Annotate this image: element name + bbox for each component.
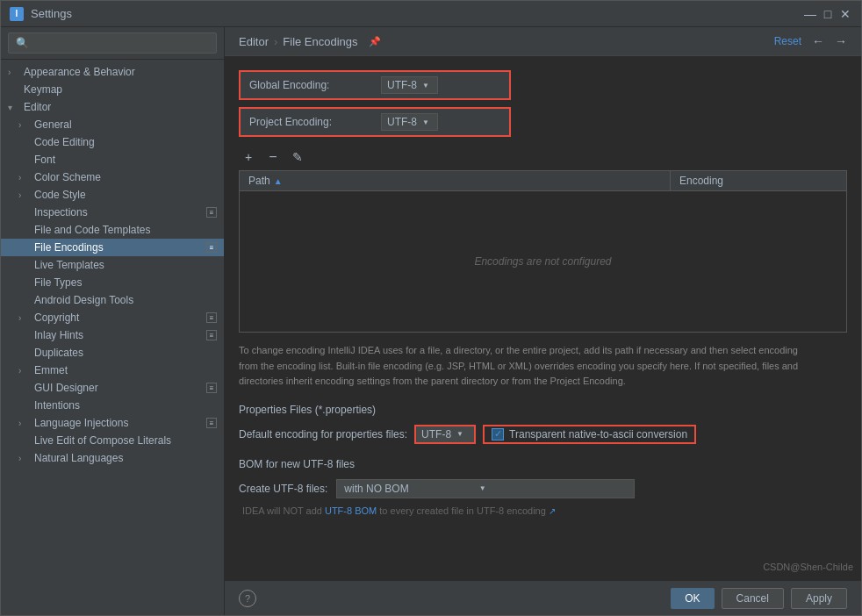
settings-tree: ›Appearance & BehaviorKeymap▾Editor›Gene… bbox=[1, 60, 224, 615]
sidebar-item-keymap[interactable]: Keymap bbox=[1, 81, 224, 98]
sidebar-label-natural-languages: Natural Languages bbox=[34, 452, 217, 464]
sidebar-item-intentions[interactable]: Intentions bbox=[1, 397, 224, 414]
table-toolbar: + − ✎ bbox=[239, 147, 847, 167]
sidebar-label-copyright: Copyright bbox=[34, 312, 205, 324]
sidebar-item-language-injections[interactable]: ›Language Injections≡ bbox=[1, 414, 224, 432]
sidebar-label-emmet: Emmet bbox=[34, 364, 217, 376]
sidebar-item-editor[interactable]: ▾Editor bbox=[1, 98, 224, 116]
project-encoding-dropdown-arrow: ▼ bbox=[422, 118, 429, 126]
apply-button[interactable]: Apply bbox=[791, 588, 847, 609]
breadcrumb-parent[interactable]: Editor bbox=[239, 35, 269, 48]
global-encoding-dropdown-arrow: ▼ bbox=[422, 82, 429, 90]
sidebar-item-color-scheme[interactable]: ›Color Scheme bbox=[1, 168, 224, 186]
sidebar-item-live-edit[interactable]: Live Edit of Compose Literals bbox=[1, 432, 224, 449]
sidebar-label-live-templates: Live Templates bbox=[34, 259, 217, 271]
sort-arrow-icon: ▲ bbox=[274, 176, 283, 186]
sidebar: ›Appearance & BehaviorKeymap▾Editor›Gene… bbox=[1, 27, 225, 615]
project-encoding-row: Project Encoding: UTF-8 ▼ bbox=[239, 107, 511, 137]
titlebar: I Settings — □ ✕ bbox=[1, 1, 861, 27]
encoding-column-header[interactable]: Encoding bbox=[671, 171, 846, 190]
minimize-button[interactable]: — bbox=[803, 7, 817, 21]
default-encoding-row: Default encoding for properties files: U… bbox=[239, 425, 847, 444]
default-encoding-label: Default encoding for properties files: bbox=[239, 428, 407, 441]
global-encoding-select[interactable]: UTF-8 ▼ bbox=[381, 76, 438, 94]
project-encoding-select[interactable]: UTF-8 ▼ bbox=[381, 113, 438, 131]
transparent-checkbox[interactable]: ✓ bbox=[492, 428, 504, 441]
remove-path-button[interactable]: − bbox=[263, 147, 283, 167]
sidebar-label-keymap: Keymap bbox=[24, 83, 217, 96]
sidebar-item-duplicates[interactable]: Duplicates bbox=[1, 344, 224, 362]
sidebar-label-file-encodings: File Encodings bbox=[34, 241, 205, 254]
add-path-button[interactable]: + bbox=[239, 147, 258, 167]
sidebar-item-appearance[interactable]: ›Appearance & Behavior bbox=[1, 63, 224, 81]
sidebar-label-editor: Editor bbox=[24, 101, 217, 113]
sidebar-item-copyright[interactable]: ›Copyright≡ bbox=[1, 309, 224, 326]
sidebar-label-intentions: Intentions bbox=[34, 399, 217, 412]
close-button[interactable]: ✕ bbox=[838, 7, 852, 21]
sidebar-item-natural-languages[interactable]: ›Natural Languages bbox=[1, 449, 224, 467]
sidebar-item-file-encodings[interactable]: File Encodings≡ bbox=[1, 239, 224, 256]
bom-info-link[interactable]: UTF-8 BOM bbox=[325, 505, 377, 516]
nav-forward-button[interactable]: → bbox=[835, 34, 847, 48]
reset-button[interactable]: Reset bbox=[774, 35, 801, 47]
tree-arrow-code-style: › bbox=[18, 190, 31, 200]
tree-arrow-general: › bbox=[18, 120, 31, 130]
pin-icon[interactable]: 📌 bbox=[369, 36, 381, 47]
ok-button[interactable]: OK bbox=[671, 588, 714, 609]
global-encoding-row: Global Encoding: UTF-8 ▼ bbox=[239, 70, 511, 100]
sidebar-label-android-design-tools: Android Design Tools bbox=[34, 294, 217, 306]
badge-file-encodings: ≡ bbox=[206, 242, 217, 253]
nav-back-button[interactable]: ← bbox=[812, 34, 824, 48]
breadcrumb-sep: › bbox=[274, 35, 277, 48]
sidebar-item-code-editing[interactable]: Code Editing bbox=[1, 133, 224, 151]
bom-info-row: IDEA will NOT add UTF-8 BOM to every cre… bbox=[242, 505, 847, 516]
create-utf8-select[interactable]: with NO BOM ▼ bbox=[336, 479, 635, 498]
sidebar-item-file-types[interactable]: File Types bbox=[1, 274, 224, 291]
transparent-conversion-checkbox-row: ✓ Transparent native-to-ascii conversion bbox=[483, 425, 696, 444]
sidebar-item-gui-designer[interactable]: GUI Designer≡ bbox=[1, 379, 224, 397]
sidebar-item-inspections[interactable]: Inspections≡ bbox=[1, 204, 224, 221]
sidebar-item-file-and-code-templates[interactable]: File and Code Templates bbox=[1, 221, 224, 239]
edit-path-button[interactable]: ✎ bbox=[288, 147, 307, 167]
sidebar-item-android-design-tools[interactable]: Android Design Tools bbox=[1, 291, 224, 309]
global-encoding-value: UTF-8 bbox=[387, 79, 417, 91]
help-button[interactable]: ? bbox=[239, 590, 256, 607]
sidebar-label-file-types: File Types bbox=[34, 276, 217, 289]
create-utf8-row: Create UTF-8 files: with NO BOM ▼ bbox=[239, 479, 847, 498]
sidebar-item-inlay-hints[interactable]: Inlay Hints≡ bbox=[1, 326, 224, 344]
search-input[interactable] bbox=[8, 32, 217, 54]
path-column-header[interactable]: Path ▲ bbox=[240, 171, 671, 190]
bom-section: BOM for new UTF-8 files Create UTF-8 fil… bbox=[239, 458, 847, 516]
cancel-button[interactable]: Cancel bbox=[722, 588, 784, 609]
sidebar-label-inlay-hints: Inlay Hints bbox=[34, 329, 205, 341]
sidebar-item-live-templates[interactable]: Live Templates bbox=[1, 256, 224, 274]
main-header: Editor › File Encodings 📌 Reset ← → bbox=[225, 27, 861, 56]
sidebar-label-file-and-code-templates: File and Code Templates bbox=[34, 224, 217, 236]
create-utf8-arrow: ▼ bbox=[479, 484, 486, 492]
breadcrumb: Editor › File Encodings 📌 bbox=[239, 35, 381, 48]
sidebar-item-emmet[interactable]: ›Emmet bbox=[1, 362, 224, 379]
tree-arrow-copyright: › bbox=[18, 313, 31, 323]
tree-arrow-appearance: › bbox=[8, 68, 20, 77]
badge-inlay-hints: ≡ bbox=[206, 330, 217, 340]
settings-window: I Settings — □ ✕ ›Appearance & BehaviorK… bbox=[0, 0, 862, 616]
table-header: Path ▲ Encoding bbox=[240, 171, 846, 191]
sidebar-label-appearance: Appearance & Behavior bbox=[24, 66, 217, 78]
project-encoding-label: Project Encoding: bbox=[249, 116, 372, 128]
badge-copyright: ≡ bbox=[206, 312, 217, 323]
maximize-button[interactable]: □ bbox=[821, 7, 835, 21]
bottom-bar: ? OK Cancel Apply bbox=[225, 580, 861, 615]
tree-arrow-natural-languages: › bbox=[18, 454, 31, 463]
sidebar-item-general[interactable]: ›General bbox=[1, 116, 224, 133]
default-encoding-select[interactable]: UTF-8 ▼ bbox=[414, 425, 476, 444]
badge-language-injections: ≡ bbox=[206, 418, 217, 428]
sidebar-label-color-scheme: Color Scheme bbox=[34, 171, 217, 183]
sidebar-label-font: Font bbox=[34, 154, 217, 166]
external-link-icon: ↗ bbox=[549, 506, 556, 516]
sidebar-item-font[interactable]: Font bbox=[1, 151, 224, 168]
sidebar-item-code-style[interactable]: ›Code Style bbox=[1, 186, 224, 204]
check-icon: ✓ bbox=[494, 429, 502, 439]
main-content-area: ›Appearance & BehaviorKeymap▾Editor›Gene… bbox=[1, 27, 861, 615]
sidebar-label-gui-designer: GUI Designer bbox=[34, 382, 205, 394]
breadcrumb-current: File Encodings bbox=[283, 35, 357, 48]
